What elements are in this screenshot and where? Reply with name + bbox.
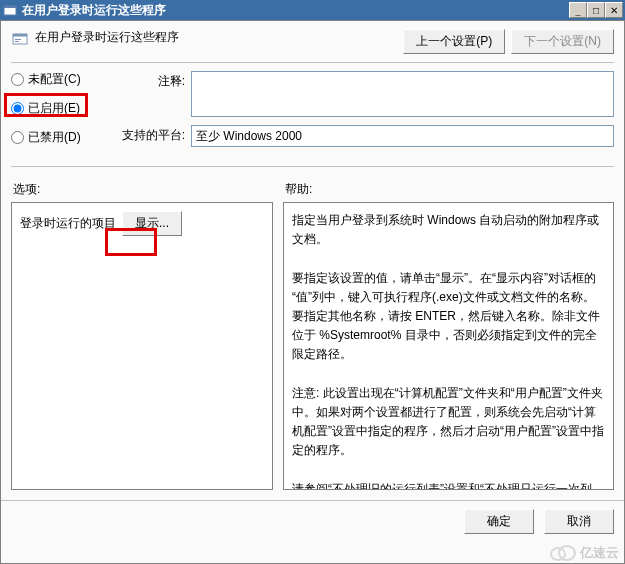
divider-2 bbox=[11, 166, 614, 167]
comment-label: 注释: bbox=[121, 71, 191, 90]
radio-disabled-label: 已禁用(D) bbox=[28, 129, 81, 146]
radio-disabled-input[interactable] bbox=[11, 131, 24, 144]
comment-input[interactable] bbox=[191, 71, 614, 117]
svg-point-7 bbox=[559, 546, 575, 560]
svg-rect-3 bbox=[13, 34, 27, 37]
policy-icon bbox=[11, 29, 29, 47]
radio-enabled-label: 已启用(E) bbox=[28, 100, 80, 117]
close-button[interactable]: ✕ bbox=[605, 2, 623, 18]
radio-not-configured-label: 未配置(C) bbox=[28, 71, 81, 88]
window-title: 在用户登录时运行这些程序 bbox=[22, 2, 569, 19]
minimize-button[interactable]: _ bbox=[569, 2, 587, 18]
login-run-items-label: 登录时运行的项目 bbox=[20, 214, 116, 233]
radio-enabled-input[interactable] bbox=[11, 102, 24, 115]
options-panel: 登录时运行的项目 显示... bbox=[11, 202, 273, 490]
divider bbox=[11, 62, 614, 63]
svg-rect-5 bbox=[15, 41, 19, 42]
watermark: 亿速云 bbox=[550, 544, 619, 562]
svg-rect-1 bbox=[4, 6, 16, 8]
svg-rect-4 bbox=[15, 39, 21, 40]
options-label: 选项: bbox=[13, 181, 285, 198]
maximize-button[interactable]: □ bbox=[587, 2, 605, 18]
radio-not-configured-input[interactable] bbox=[11, 73, 24, 86]
help-p1: 指定当用户登录到系统时 Windows 自动启动的附加程序或文档。 bbox=[292, 211, 605, 249]
show-button[interactable]: 显示... bbox=[122, 211, 182, 236]
radio-not-configured[interactable]: 未配置(C) bbox=[11, 71, 111, 88]
platform-label: 支持的平台: bbox=[121, 125, 191, 144]
platform-value: 至少 Windows 2000 bbox=[191, 125, 614, 147]
help-p2: 要指定该设置的值，请单击“显示”。在“显示内容”对话框的“值”列中，键入可执行程… bbox=[292, 269, 605, 365]
ok-button[interactable]: 确定 bbox=[464, 509, 534, 534]
header-title: 在用户登录时运行这些程序 bbox=[35, 29, 179, 46]
prev-setting-button[interactable]: 上一个设置(P) bbox=[403, 29, 505, 54]
cancel-button[interactable]: 取消 bbox=[544, 509, 614, 534]
radio-enabled[interactable]: 已启用(E) bbox=[11, 100, 111, 117]
help-label: 帮助: bbox=[285, 181, 312, 198]
app-icon bbox=[2, 2, 18, 18]
help-p4: 请参阅“不处理旧的运行列表”设置和“不处理只运行一次列表”设置。 bbox=[292, 480, 605, 490]
help-p3: 注意: 此设置出现在“计算机配置”文件夹和“用户配置”文件夹中。如果对两个设置都… bbox=[292, 384, 605, 461]
help-panel: 指定当用户登录到系统时 Windows 自动启动的附加程序或文档。 要指定该设置… bbox=[283, 202, 614, 490]
radio-disabled[interactable]: 已禁用(D) bbox=[11, 129, 111, 146]
next-setting-button[interactable]: 下一个设置(N) bbox=[511, 29, 614, 54]
